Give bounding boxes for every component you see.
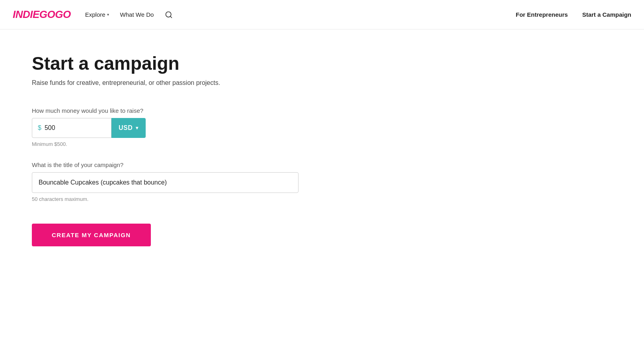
nav-right: For Entrepreneurs Start a Campaign <box>516 11 631 18</box>
campaign-title-label: What is the title of your campaign? <box>32 161 310 168</box>
amount-section: How much money would you like to raise? … <box>32 107 310 147</box>
explore-chevron-icon: ▾ <box>107 12 109 17</box>
nav-start-campaign[interactable]: Start a Campaign <box>582 11 631 18</box>
svg-line-1 <box>170 16 172 18</box>
amount-row: $ USD ▾ <box>32 118 310 138</box>
amount-hint: Minimum $500. <box>32 141 310 147</box>
nav-explore[interactable]: Explore ▾ <box>85 11 109 18</box>
page-subtitle: Raise funds for creative, entrepreneuria… <box>32 79 310 86</box>
nav-left: Explore ▾ What We Do <box>85 11 516 19</box>
create-campaign-button[interactable]: CREATE MY CAMPAIGN <box>32 224 151 246</box>
nav-what-we-do[interactable]: What We Do <box>120 11 154 18</box>
dollar-sign-icon: $ <box>38 124 41 132</box>
amount-label: How much money would you like to raise? <box>32 107 310 114</box>
navbar: INDIEGOGO Explore ▾ What We Do For Entre… <box>0 0 644 29</box>
brand-logo[interactable]: INDIEGOGO <box>13 8 71 21</box>
search-icon[interactable] <box>165 11 173 19</box>
campaign-title-hint: 50 characters maximum. <box>32 196 310 202</box>
campaign-title-section: What is the title of your campaign? 50 c… <box>32 161 310 202</box>
main-content: Start a campaign Raise funds for creativ… <box>0 29 342 270</box>
currency-chevron-icon: ▾ <box>136 125 139 131</box>
amount-input-wrap: $ <box>32 118 111 138</box>
campaign-title-input[interactable] <box>32 172 299 193</box>
amount-input[interactable] <box>45 124 92 132</box>
currency-label: USD <box>119 124 133 132</box>
nav-for-entrepreneurs[interactable]: For Entrepreneurs <box>516 11 568 18</box>
page-title: Start a campaign <box>32 53 310 74</box>
currency-select-button[interactable]: USD ▾ <box>111 118 146 138</box>
